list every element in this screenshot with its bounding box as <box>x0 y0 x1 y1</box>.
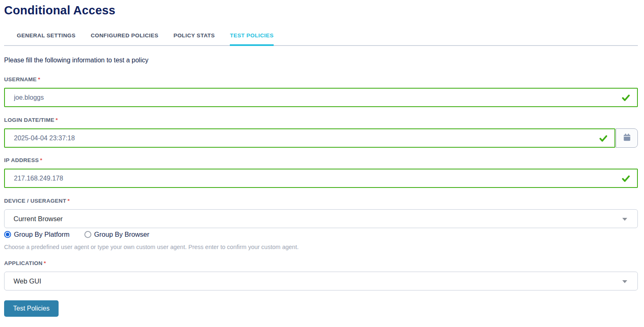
device-useragent-selected-value: Current Browser <box>14 215 63 223</box>
radio-group-by-browser[interactable]: Group By Browser <box>84 231 150 238</box>
test-policies-button[interactable]: Test Policies <box>4 300 59 317</box>
application-selected-value: Web GUI <box>14 277 41 285</box>
radio-selected-icon[interactable] <box>4 231 11 238</box>
application-select[interactable]: Web GUI <box>4 272 638 290</box>
username-label: USERNAME* <box>4 76 638 82</box>
required-asterisk: * <box>56 117 58 123</box>
required-asterisk: * <box>40 157 43 163</box>
required-asterisk: * <box>38 76 41 82</box>
calendar-icon <box>623 133 631 143</box>
required-asterisk: * <box>44 260 46 266</box>
device-useragent-label: DEVICE / USERAGENT* <box>4 198 638 204</box>
radio-group-by-platform[interactable]: Group By Platform <box>4 231 70 238</box>
username-input[interactable] <box>4 88 638 107</box>
username-field-wrap <box>4 88 638 107</box>
ip-address-label: IP ADDRESS* <box>4 157 638 163</box>
page-title: Conditional Access <box>4 4 638 17</box>
radio-unselected-icon[interactable] <box>84 231 91 238</box>
login-datetime-input[interactable] <box>4 128 615 148</box>
login-datetime-label: LOGIN DATE/TIME* <box>4 117 638 123</box>
tab-configured-policies[interactable]: CONFIGURED POLICIES <box>91 32 158 45</box>
intro-text: Please fill the following information to… <box>4 57 638 64</box>
date-picker-button[interactable] <box>616 128 638 148</box>
useragent-grouping-radios: Group By Platform Group By Browser <box>4 231 638 238</box>
required-asterisk: * <box>68 198 70 204</box>
device-useragent-select[interactable]: Current Browser <box>4 209 638 228</box>
tab-policy-stats[interactable]: POLICY STATS <box>174 32 215 45</box>
chevron-down-icon <box>622 280 627 283</box>
useragent-helper-text: Choose a predefined user agent or type y… <box>4 244 638 250</box>
tab-bar: GENERAL SETTINGS CONFIGURED POLICIES POL… <box>4 32 638 46</box>
chevron-down-icon <box>622 218 627 221</box>
conditional-access-page: Conditional Access GENERAL SETTINGS CONF… <box>0 4 644 317</box>
application-label: APPLICATION* <box>4 260 638 266</box>
tab-general-settings[interactable]: GENERAL SETTINGS <box>17 32 75 45</box>
tab-test-policies[interactable]: TEST POLICIES <box>230 32 273 45</box>
ip-address-field-wrap <box>4 169 638 188</box>
ip-address-input[interactable] <box>4 169 638 188</box>
login-datetime-field-wrap <box>4 128 638 148</box>
